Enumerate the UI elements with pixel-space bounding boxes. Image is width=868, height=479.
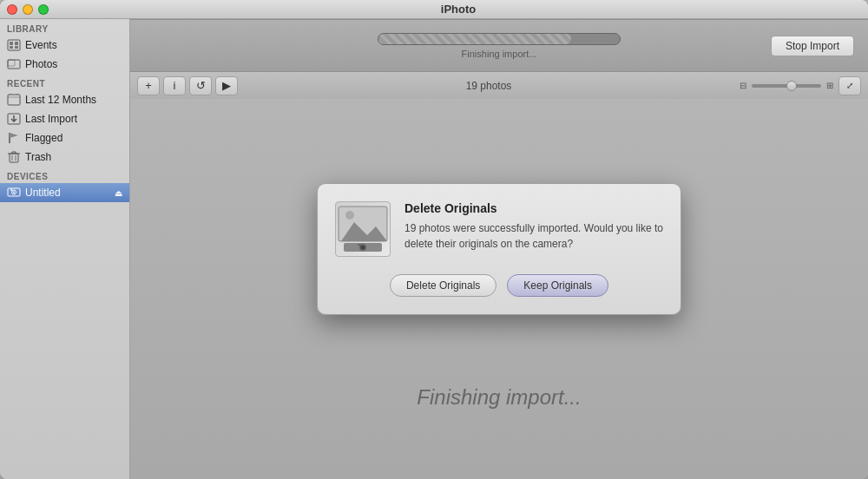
events-label: Events	[25, 39, 57, 51]
svg-point-28	[345, 211, 354, 220]
app-window: iPhoto LIBRARY Events	[0, 0, 868, 479]
modal-text-area: Delete Originals 19 photos were successf…	[404, 201, 663, 252]
window-title: iPhoto	[56, 3, 861, 16]
flagged-icon	[7, 132, 21, 144]
trash-icon	[7, 151, 21, 163]
svg-rect-32	[358, 244, 365, 246]
svg-rect-25	[10, 189, 12, 191]
svg-rect-7	[8, 95, 20, 105]
modal-buttons: Delete Originals Keep Originals	[335, 274, 663, 297]
modal-overlay: Delete Originals 19 photos were successf…	[130, 19, 868, 479]
untitled-label: Untitled	[25, 187, 61, 199]
photos-icon	[7, 58, 21, 70]
close-button[interactable]	[7, 4, 17, 15]
svg-rect-2	[15, 42, 18, 45]
titlebar: iPhoto	[0, 0, 868, 19]
sidebar-item-flagged[interactable]: Flagged	[0, 128, 129, 148]
modal-header: Delete Originals 19 photos were successf…	[335, 201, 663, 257]
svg-rect-6	[8, 60, 15, 66]
device-icon	[7, 187, 21, 199]
main-layout: LIBRARY Events	[0, 19, 868, 479]
maximize-button[interactable]	[38, 4, 49, 15]
events-icon	[7, 39, 21, 51]
svg-point-31	[361, 246, 365, 250]
last12months-icon	[7, 94, 21, 106]
delete-originals-button[interactable]: Delete Originals	[390, 274, 496, 297]
delete-originals-dialog: Delete Originals 19 photos were successf…	[317, 183, 681, 315]
lastimport-label: Last Import	[25, 113, 77, 125]
svg-rect-3	[10, 46, 13, 49]
svg-rect-15	[10, 154, 18, 162]
svg-rect-4	[15, 46, 18, 49]
trash-label: Trash	[25, 151, 51, 163]
flagged-label: Flagged	[25, 132, 62, 144]
sidebar-item-photos[interactable]: Photos	[0, 55, 129, 74]
svg-marker-14	[10, 133, 18, 138]
svg-rect-0	[8, 40, 20, 50]
svg-rect-5	[8, 60, 20, 69]
content-area: Delete Originals 19 photos were successf…	[130, 19, 868, 479]
devices-section-label: DEVICES	[0, 167, 129, 183]
modal-title: Delete Originals	[404, 201, 663, 215]
eject-icon[interactable]: ⏏	[115, 188, 122, 198]
svg-point-24	[13, 192, 15, 194]
traffic-lights	[7, 4, 49, 15]
sidebar-item-untitled[interactable]: Untitled ⏏	[0, 183, 129, 202]
sidebar-item-lastimport[interactable]: Last Import	[0, 109, 129, 128]
lastimport-icon	[7, 113, 21, 125]
sidebar-item-last12months[interactable]: Last 12 Months	[0, 90, 129, 109]
modal-body: 19 photos were successfully imported. Wo…	[404, 220, 663, 252]
modal-icon	[335, 201, 391, 257]
library-section-label: LIBRARY	[0, 19, 129, 36]
sidebar-item-events[interactable]: Events	[0, 36, 129, 55]
keep-originals-button[interactable]: Keep Originals	[507, 274, 608, 297]
recent-section-label: RECENT	[0, 74, 129, 90]
minimize-button[interactable]	[23, 4, 33, 15]
sidebar: LIBRARY Events	[0, 19, 130, 479]
photos-label: Photos	[25, 58, 57, 70]
sidebar-item-trash[interactable]: Trash	[0, 148, 129, 167]
last12months-label: Last 12 Months	[25, 94, 96, 106]
svg-rect-1	[10, 42, 13, 45]
